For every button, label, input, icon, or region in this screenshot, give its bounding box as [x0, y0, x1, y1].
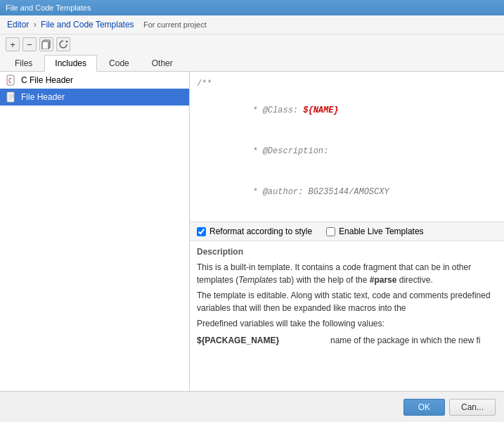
remove-button[interactable]: −: [22, 37, 37, 51]
tree-item-file-header[interactable]: File Header: [0, 89, 189, 106]
file-icon-selected: [6, 91, 17, 103]
desc-para-3: Predefined variables will take the follo…: [197, 317, 497, 330]
live-templates-option[interactable]: Enable Live Templates: [326, 226, 424, 236]
code-line-4: * @author: BG235144/AMOSCXY: [197, 172, 497, 212]
main-area: C C File Header File Header: [0, 72, 504, 391]
reset-icon: [58, 39, 68, 49]
tab-includes[interactable]: Includes: [44, 55, 97, 72]
right-panel: /** * @Class: ${NAME} * @Description: * …: [190, 72, 504, 391]
left-panel: C C File Header File Header: [0, 72, 190, 391]
add-button[interactable]: +: [6, 37, 20, 51]
reformat-checkbox[interactable]: [197, 227, 206, 236]
code-line-1: /**: [197, 77, 497, 91]
tab-code[interactable]: Code: [98, 55, 140, 72]
breadcrumb: Editor › File and Code Templates For cur…: [0, 15, 504, 34]
editor-options: Reformat according to style Enable Live …: [190, 222, 504, 241]
var-row: ${PACKAGE_NAME} name of the package in w…: [197, 334, 497, 347]
var-table: ${PACKAGE_NAME} name of the package in w…: [197, 334, 497, 347]
description-title: Description: [197, 247, 497, 257]
copy-button[interactable]: [39, 37, 53, 51]
file-icon: C: [6, 75, 17, 86]
tabs-bar: Files Includes Code Other: [0, 54, 504, 72]
live-templates-label: Enable Live Templates: [339, 226, 424, 236]
cancel-button[interactable]: Can...: [449, 399, 496, 416]
reformat-option[interactable]: Reformat according to style: [197, 226, 312, 236]
title-bar: File and Code Templates: [0, 0, 504, 15]
breadcrumb-editor[interactable]: Editor: [7, 20, 29, 30]
breadcrumb-sep: ›: [34, 20, 37, 30]
code-editor[interactable]: /** * @Class: ${NAME} * @Description: * …: [190, 72, 504, 222]
reformat-label: Reformat according to style: [209, 226, 312, 236]
tree-item-label: C File Header: [21, 75, 73, 85]
ok-button[interactable]: OK: [403, 399, 445, 416]
bottom-bar: OK Can...: [0, 391, 504, 422]
var-name: ${PACKAGE_NAME}: [197, 334, 323, 347]
breadcrumb-section[interactable]: File and Code Templates: [41, 20, 134, 30]
svg-marker-2: [65, 41, 68, 43]
tree-item-c-file-header[interactable]: C C File Header: [0, 72, 189, 89]
toolbar: + −: [0, 34, 504, 54]
code-line-2: * @Class: ${NAME}: [197, 91, 497, 132]
svg-text:C: C: [8, 78, 12, 84]
tab-files[interactable]: Files: [4, 55, 43, 72]
tree-item-selected-label: File Header: [21, 92, 65, 102]
description-text: This is a built-in template. It contains…: [197, 261, 497, 347]
live-templates-checkbox[interactable]: [326, 227, 335, 236]
breadcrumb-sub: For current project: [143, 20, 207, 29]
tab-other[interactable]: Other: [141, 55, 183, 72]
desc-para-1: This is a built-in template. It contains…: [197, 261, 497, 286]
code-line-3: * @Description:: [197, 132, 497, 172]
title-text: File and Code Templates: [6, 4, 91, 12]
desc-para-2: The template is editable. Along with sta…: [197, 289, 497, 314]
svg-rect-1: [42, 41, 49, 49]
dialog-content: Editor › File and Code Templates For cur…: [0, 15, 504, 422]
var-desc: name of the package in which the new fi: [330, 334, 480, 347]
code-line-5: * @Date: ${DATE}: [197, 212, 497, 222]
description-area: Description This is a built-in template.…: [190, 241, 504, 391]
copy-icon: [41, 39, 51, 49]
reset-button[interactable]: [56, 37, 70, 51]
